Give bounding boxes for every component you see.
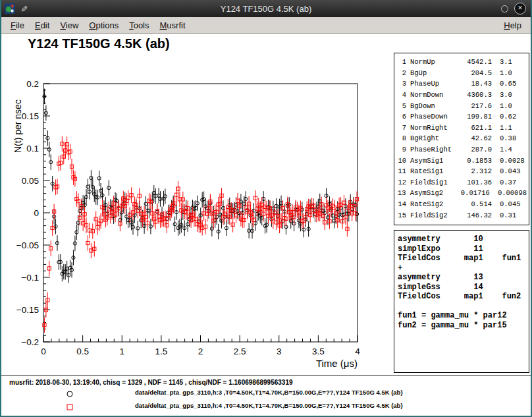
menu-view[interactable]: View	[55, 18, 84, 32]
param-row-normup: 1NormUp4542.13.1	[396, 57, 527, 68]
param-row-ratesig2: 14RateSig20.5140.045	[396, 199, 527, 210]
menu-tools[interactable]: Tools	[124, 18, 154, 32]
param-row-phasedown: 6PhaseDown199.810.62	[396, 111, 527, 123]
legend: data/deltat_pta_gps_3110,h:3 ,T0=4.50K,T…	[0, 386, 532, 412]
param-row-bgup: 2BgUp204.51.0	[396, 68, 527, 79]
theory-line	[398, 302, 525, 312]
param-row-asymsig2: 13AsymSig20.017160.00098	[396, 188, 527, 199]
legend-label: data/deltat_pta_gps_3110,h:4 ,T0=4.50K,T…	[135, 402, 403, 409]
legend-row-2: data/deltat_pta_gps_3110,h:4 ,T0=4.50K,T…	[0, 399, 532, 412]
titlebar-right: ✕	[501, 0, 526, 17]
menu-options[interactable]: Options	[84, 18, 124, 32]
param-row-phaseright: 9PhaseRight287.01.4	[396, 144, 527, 155]
menu-right: Help	[498, 18, 527, 32]
theory-line: +	[398, 264, 525, 273]
menu-edit[interactable]: Edit	[30, 18, 55, 32]
param-row-normright: 7NormRight621.11.1	[396, 123, 527, 134]
window-title: Y124 TF150G 4.5K (ab)	[221, 4, 312, 14]
legend-row-1: data/deltat_pta_gps_3110,h:3 ,T0=4.50K,T…	[0, 386, 532, 399]
application-window: ✎ Y124 TF150G 4.5K (ab) ✕ FileEditViewOp…	[0, 0, 532, 417]
theory-panel: asymmetry 10simplExpo 11TFieldCos map1 f…	[394, 230, 529, 373]
menu-file[interactable]: File	[5, 18, 30, 32]
plot-title: Y124 TF150G 4.5K (ab)	[28, 36, 170, 51]
menubar: FileEditViewOptionsToolsMusrfit Help	[0, 17, 532, 34]
menu-items: FileEditViewOptionsToolsMusrfit	[5, 18, 191, 32]
param-row-ratesig1: 11RateSig12.3120.043	[396, 166, 527, 177]
param-row-phaseup: 3PhaseUp18.430.65	[396, 78, 527, 90]
fit-status: musrfit: 2018-06-30, 13:19:40, chisq = 1…	[9, 379, 293, 386]
pin-icon[interactable]: ✎	[19, 5, 29, 13]
close-icon[interactable]: ✕	[514, 3, 526, 14]
footer-divider	[0, 375, 532, 376]
param-row-bgdown: 5BgDown217.61.0	[396, 100, 527, 111]
menu-musrfit[interactable]: Musrfit	[155, 18, 191, 32]
app-icon	[5, 3, 15, 14]
legend-label: data/deltat_pta_gps_3110,h:3 ,T0=4.50K,T…	[135, 389, 403, 396]
theory-line: TFieldCos map1 fun2	[398, 292, 525, 302]
menu-help[interactable]: Help	[498, 18, 527, 32]
parameter-panel: 1NormUp4542.13.12BgUp204.51.03PhaseUp18.…	[394, 53, 529, 225]
param-row-fieldsig2: 15FieldSig2146.320.31	[396, 209, 527, 221]
square-marker-icon	[66, 402, 74, 414]
theory-line: fun2 = gamma_mu * par15	[398, 321, 525, 331]
param-row-fieldsig1: 12FieldSig1101.360.37	[396, 177, 527, 188]
titlebar-left: ✎	[5, 0, 28, 17]
param-row-bgright: 8BgRight42.620.38	[396, 133, 527, 144]
param-row-normdown: 4NormDown4360.33.0	[396, 90, 527, 101]
maximize-icon[interactable]	[501, 5, 508, 13]
theory-line: fun1 = gamma_mu * par12	[398, 311, 525, 321]
theory-line: simplExpo 11	[398, 244, 525, 254]
titlebar: ✎ Y124 TF150G 4.5K (ab) ✕	[0, 0, 532, 17]
param-row-asymsig1: 10AsymSig10.18530.0028	[396, 155, 527, 166]
theory-line: asymmetry 13	[398, 273, 525, 283]
theory-line: asymmetry 10	[398, 235, 525, 244]
theory-line: simpleGss 14	[398, 283, 525, 292]
theory-line: TFieldCos map1 fun1	[398, 254, 525, 264]
